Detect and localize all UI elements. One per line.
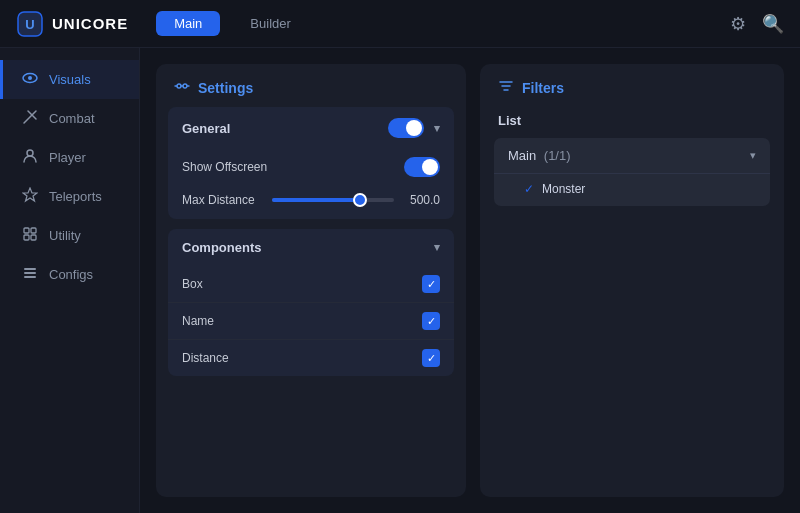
svg-rect-9 [24,235,29,240]
sidebar: Visuals Combat Player [0,48,140,513]
show-offscreen-row: Show Offscreen [168,149,454,185]
svg-rect-7 [24,228,29,233]
show-offscreen-label: Show Offscreen [182,160,267,174]
nav-tab-main[interactable]: Main [156,11,220,36]
sidebar-label-combat: Combat [49,111,95,126]
sidebar-label-teleports: Teleports [49,189,102,204]
svg-rect-8 [31,228,36,233]
svg-rect-10 [31,235,36,240]
monster-label: Monster [542,182,585,196]
visuals-icon [21,70,39,89]
components-section: Components ▾ Box ✓ Name ✓ Distance ✓ [168,229,454,376]
nav-tab-builder[interactable]: Builder [232,11,308,36]
sidebar-item-visuals[interactable]: Visuals [0,60,139,99]
filters-dropdown-header[interactable]: Main (1/1) ▾ [494,138,770,173]
logo-area: U UNICORE [16,10,128,38]
monster-check-icon: ✓ [524,182,534,196]
general-section: General ▾ Show Offscreen Max Distance [168,107,454,219]
general-row-right: ▾ [388,118,440,138]
sidebar-item-teleports[interactable]: Teleports [0,177,139,216]
svg-point-6 [27,150,33,156]
comp-item-box: Box ✓ [168,266,454,302]
filters-dropdown: Main (1/1) ▾ ✓ Monster [494,138,770,206]
general-section-row[interactable]: General ▾ [168,107,454,149]
max-distance-row: Max Distance 500.0 [168,185,454,219]
general-label: General [182,121,230,136]
comp-name-label: Name [182,314,214,328]
svg-point-3 [28,76,32,80]
components-chevron-icon: ▾ [434,241,440,254]
svg-rect-13 [24,276,36,278]
comp-item-distance: Distance ✓ [168,339,454,376]
filters-dropdown-item-monster[interactable]: ✓ Monster [494,173,770,206]
filters-dropdown-label: Main (1/1) [508,148,571,163]
comp-distance-checkbox[interactable]: ✓ [422,349,440,367]
sidebar-label-configs: Configs [49,267,93,282]
settings-panel-icon [174,78,190,97]
show-offscreen-toggle[interactable] [404,157,440,177]
sidebar-item-player[interactable]: Player [0,138,139,177]
nav-right-icons: ⚙ 🔍 [730,13,784,35]
general-toggle[interactable] [388,118,424,138]
components-row-right: ▾ [434,241,440,254]
filters-dropdown-chevron: ▾ [750,149,756,162]
player-icon [21,148,39,167]
comp-distance-label: Distance [182,351,229,365]
max-distance-value: 500.0 [404,193,440,207]
app-title: UNICORE [52,15,128,32]
filters-panel: Filters List Main (1/1) ▾ ✓ Monster [480,64,784,497]
comp-name-checkbox[interactable]: ✓ [422,312,440,330]
comp-box-label: Box [182,277,203,291]
settings-icon[interactable]: ⚙ [730,13,746,35]
settings-panel-header: Settings [156,64,466,107]
filters-panel-icon [498,78,514,97]
app-body: Visuals Combat Player [0,48,800,513]
sidebar-item-configs[interactable]: Configs [0,255,139,294]
filters-list-label: List [480,107,784,138]
comp-item-name: Name ✓ [168,302,454,339]
slider-fill [272,198,360,202]
teleports-icon [21,187,39,206]
settings-panel-title: Settings [198,80,253,96]
slider-thumb [353,193,367,207]
sidebar-label-utility: Utility [49,228,81,243]
utility-icon [21,226,39,245]
sidebar-label-player: Player [49,150,86,165]
comp-box-checkbox[interactable]: ✓ [422,275,440,293]
max-distance-slider[interactable] [272,198,394,202]
combat-icon [21,109,39,128]
svg-rect-11 [24,268,36,270]
logo-icon: U [16,10,44,38]
sidebar-item-combat[interactable]: Combat [0,99,139,138]
sidebar-label-visuals: Visuals [49,72,91,87]
components-section-row[interactable]: Components ▾ [168,229,454,266]
svg-rect-12 [24,272,36,274]
configs-icon [21,265,39,284]
search-icon[interactable]: 🔍 [762,13,784,35]
settings-panel: Settings General ▾ Show Offscreen [156,64,466,497]
components-label: Components [182,240,261,255]
max-distance-label: Max Distance [182,193,262,207]
main-content: Settings General ▾ Show Offscreen [140,48,800,513]
filters-panel-header: Filters [480,64,784,107]
sidebar-item-utility[interactable]: Utility [0,216,139,255]
filters-panel-title: Filters [522,80,564,96]
general-chevron-icon: ▾ [434,122,440,135]
svg-text:U: U [25,17,34,32]
top-navigation: U UNICORE Main Builder ⚙ 🔍 [0,0,800,48]
